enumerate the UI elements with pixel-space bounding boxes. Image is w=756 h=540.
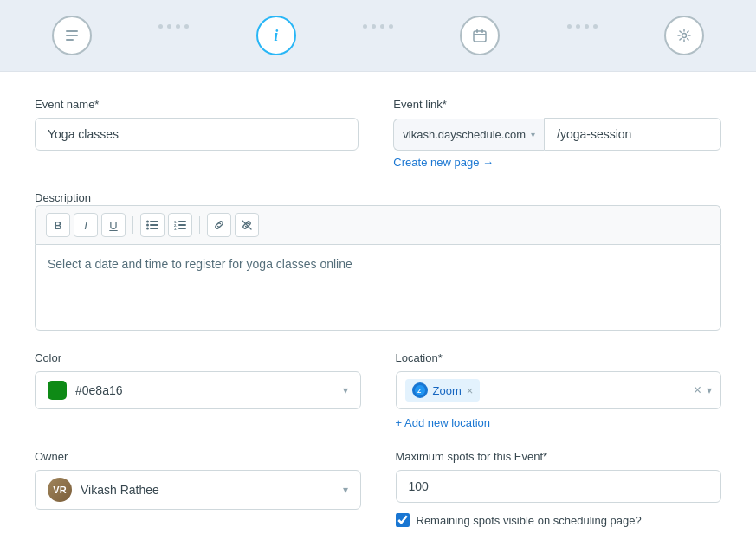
ordered-list-button[interactable]: 1. 2. 3. [168, 213, 192, 237]
owner-select[interactable]: VR Vikash Rathee ▾ [35, 470, 361, 510]
step-circle-info: i [256, 16, 296, 55]
owner-group: Owner VR Vikash Rathee ▾ [35, 450, 361, 527]
color-value: #0e8a16 [75, 383, 334, 397]
dot [576, 24, 580, 29]
event-link-group: Event link* vikash.dayschedule.com ▾ Cre… [393, 98, 721, 169]
row-event-name-link: Event name* Event link* vikash.dayschedu… [35, 98, 721, 169]
add-location-link[interactable]: + Add new location [396, 416, 722, 429]
step-circle-settings [664, 16, 704, 55]
svg-rect-13 [150, 228, 158, 229]
svg-rect-6 [474, 34, 486, 35]
svg-rect-17 [178, 224, 186, 226]
svg-rect-19 [178, 228, 186, 229]
dot [363, 24, 367, 29]
svg-point-10 [146, 224, 149, 227]
max-spots-input[interactable] [396, 470, 722, 503]
color-swatch [48, 381, 67, 400]
svg-point-7 [682, 34, 687, 38]
link-path-input[interactable] [544, 118, 721, 151]
step-dots-2 [296, 24, 461, 48]
dot [380, 24, 384, 29]
create-page-link[interactable]: Create new page → [393, 156, 721, 169]
color-group: Color #0e8a16 ▾ [35, 351, 361, 429]
svg-rect-4 [476, 29, 478, 33]
svg-rect-11 [150, 224, 158, 226]
location-actions: × ▾ [694, 382, 712, 398]
location-group: Location* Z Zoom × × ▾ [396, 351, 722, 429]
unordered-list-button[interactable] [140, 213, 165, 237]
step-calendar[interactable] [460, 16, 500, 55]
color-chevron-icon: ▾ [343, 384, 348, 396]
dot [158, 24, 163, 29]
svg-rect-0 [66, 30, 78, 32]
location-tag-zoom: Z Zoom × [405, 379, 481, 402]
description-editor[interactable]: Select a date and time to register for y… [35, 244, 721, 331]
dot [389, 24, 393, 29]
svg-rect-2 [66, 39, 74, 41]
owner-label: Owner [35, 450, 361, 463]
svg-text:3.: 3. [174, 227, 177, 231]
italic-button[interactable]: I [74, 213, 98, 237]
wizard-steps: i [52, 16, 704, 55]
remaining-spots-row: Remaining spots visible on scheduling pa… [396, 513, 722, 527]
toolbar-separator-2 [199, 216, 200, 234]
row-color-location: Color #0e8a16 ▾ Location* Z Zoom [35, 351, 721, 429]
owner-name: Vikash Rathee [81, 483, 159, 497]
event-name-input[interactable] [35, 118, 359, 151]
add-location-text: + Add new location [396, 416, 491, 429]
remaining-spots-checkbox[interactable] [396, 513, 410, 527]
dot [585, 24, 589, 29]
step-circle-overview [52, 16, 92, 55]
bold-button[interactable]: B [46, 213, 70, 237]
svg-rect-5 [481, 29, 483, 33]
toolbar-separator-1 [132, 216, 133, 234]
step-info[interactable]: i [256, 16, 296, 55]
underline-button[interactable]: U [101, 213, 126, 237]
location-tag-close-icon[interactable]: × [467, 385, 474, 396]
event-link-label: Event link* [393, 98, 721, 111]
dot [372, 24, 376, 29]
location-label: Location* [396, 351, 722, 364]
step-dots-1 [92, 24, 256, 48]
editor-toolbar: B I U 1. 2. 3. [35, 205, 721, 244]
wizard-header: i [0, 0, 756, 72]
owner-chevron-icon: ▾ [343, 484, 348, 496]
max-spots-group: Maximum spots for this Event* Remaining … [396, 450, 722, 527]
main-content: Event name* Event link* vikash.dayschedu… [0, 72, 756, 540]
description-text: Select a date and time to register for y… [48, 257, 352, 271]
svg-rect-9 [150, 221, 158, 222]
domain-select[interactable]: vikash.dayschedule.com ▾ [393, 119, 544, 151]
avatar-image: VR [48, 478, 72, 502]
event-name-group: Event name* [35, 98, 359, 169]
dot [567, 24, 572, 29]
location-chevron-icon: ▾ [707, 384, 712, 396]
svg-point-12 [146, 228, 149, 230]
svg-point-8 [146, 221, 149, 223]
location-select[interactable]: Z Zoom × × ▾ [396, 371, 722, 409]
step-settings[interactable] [664, 16, 704, 55]
color-select[interactable]: #0e8a16 ▾ [35, 371, 361, 409]
dot [167, 24, 171, 29]
description-section: Description B I U 1. 2. [35, 190, 721, 331]
row-owner-maxspots: Owner VR Vikash Rathee ▾ Maximum spots f… [35, 450, 721, 527]
step-overview[interactable] [52, 16, 92, 55]
svg-rect-15 [178, 221, 186, 222]
unlink-button[interactable] [235, 213, 259, 237]
svg-rect-3 [474, 31, 486, 42]
max-spots-label: Maximum spots for this Event* [396, 450, 722, 463]
link-button[interactable] [207, 213, 231, 237]
dot [176, 24, 180, 29]
location-clear-icon[interactable]: × [694, 382, 701, 398]
svg-rect-1 [66, 35, 78, 36]
event-link-input-group: vikash.dayschedule.com ▾ [393, 118, 721, 151]
zoom-icon: Z [412, 382, 428, 398]
step-circle-calendar [460, 16, 500, 55]
avatar: VR [48, 478, 72, 502]
location-tag-label: Zoom [433, 384, 462, 397]
domain-chevron-icon: ▾ [531, 130, 535, 139]
svg-text:Z: Z [417, 388, 422, 394]
remaining-spots-label: Remaining spots visible on scheduling pa… [417, 514, 642, 527]
domain-text: vikash.dayschedule.com [403, 128, 526, 141]
dot [184, 24, 189, 29]
description-label: Description [35, 191, 91, 204]
